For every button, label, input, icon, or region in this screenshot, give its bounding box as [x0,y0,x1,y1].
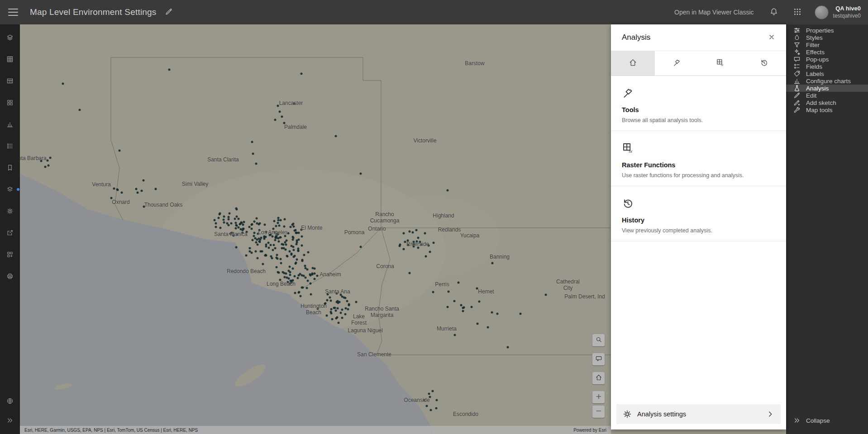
left-tool-legend[interactable] [4,140,16,152]
panel-item-label: Map tools [806,107,833,113]
hammer-icon [672,58,681,68]
search-icon [595,336,602,344]
panel-item-map-tools[interactable]: Map tools [786,106,868,113]
map-search-button[interactable] [592,334,605,346]
left-tool-bookmarks[interactable] [4,161,16,174]
default-map-view-button[interactable] [592,372,605,384]
left-tool-create-app[interactable] [4,248,16,261]
panel-item-pop-ups[interactable]: Pop-ups [786,56,868,63]
panel-item-label: Fields [806,63,822,70]
left-tool-language[interactable] [4,395,16,407]
map-info-button[interactable] [592,353,605,365]
user-id: testqahive0 [833,13,861,19]
menu-button[interactable] [7,7,19,17]
attribution-text: Esri, HERE, Garmin, USGS, EPA, NPS | Esr… [24,428,198,433]
sketch-icon [793,99,801,106]
panel-item-label: Add sketch [806,99,836,106]
map-label-yucaipa: Yucaipa [460,233,480,239]
plus-icon [595,393,602,401]
user-chip[interactable]: QA hive0 testqahive0 [815,5,861,19]
chevron-right-icon [766,410,774,418]
panel-item-analysis[interactable]: Analysis [786,85,868,92]
analysis-panel-header: Analysis [611,24,786,51]
home-icon [595,374,602,382]
analysis-tab-history[interactable] [742,51,786,75]
home-icon [629,58,637,68]
panel-item-configure-charts[interactable]: Configure charts [786,77,868,85]
panel-item-styles[interactable]: Styles [786,34,868,41]
panel-item-fields[interactable]: Fields [786,63,868,70]
notifications-button[interactable] [768,5,780,19]
panel-item-edit[interactable]: Edit [786,92,868,99]
left-tool-share[interactable] [4,226,16,239]
panel-item-label: Styles [806,34,823,41]
zoom-out-button[interactable] [592,406,605,418]
app-header: Map Level Environment Settings Open in M… [0,0,868,24]
panel-item-label: Edit [806,92,816,99]
map-attribution: Esri, HERE, Garmin, USGS, EPA, NPS | Esr… [20,426,611,434]
fields-icon [793,63,801,70]
edit-title-button[interactable] [163,6,175,19]
collapse-label: Collapse [806,417,830,424]
card-description: Browse all spatial analysis tools. [622,117,775,123]
map-label-cathedral-city: Cathedral City [556,279,580,292]
card-title: History [622,217,775,224]
page-title: Map Level Environment Settings [30,7,157,17]
left-tool-save-map[interactable] [4,183,16,196]
map-label-riverside: Riverside [406,241,429,248]
panel-item-label: Properties [806,27,834,34]
analysis-panel-content: ToolsBrowse all spatial analysis tools.f… [611,76,786,399]
left-tool-tables[interactable] [4,75,16,87]
map-label-laguna-niguel: Laguna Niguel [348,328,382,334]
map-label-los-angeles: Los Angeles [258,230,287,236]
left-tool-basemap[interactable] [4,53,16,66]
hammer-icon [622,87,775,101]
map-controls [592,334,605,418]
analysis-card-raster-functions[interactable]: fxRaster FunctionsUse raster functions f… [611,131,786,186]
tooltip-icon [595,355,602,363]
pencil-icon [165,8,173,17]
analysis-tab-tools[interactable] [655,51,699,75]
close-panel-button[interactable] [765,31,778,45]
minus-icon [595,407,602,416]
panel-item-effects[interactable]: Effects [786,48,868,56]
map-tools-icon [793,106,801,113]
panel-item-labels[interactable]: Labels [786,70,868,77]
map-label-escondido: Escondido [453,411,478,418]
analysis-panel: Analysis fx ToolsBrowse all spatial anal… [611,24,786,429]
map-label-oxnard: Oxnard [112,199,129,206]
map-label-santa-clarita: Santa Clarita [207,157,238,163]
app-launcher-button[interactable] [791,5,804,19]
analysis-tabs: fx [611,51,786,76]
panel-item-filter[interactable]: Filter [786,41,868,48]
user-name: QA hive0 [833,5,861,12]
history-icon [760,58,768,68]
panel-item-properties[interactable]: Properties [786,27,868,34]
open-classic-link[interactable]: Open in Map Viewer Classic [672,8,757,16]
left-tool-print[interactable] [4,270,16,283]
map-label-anaheim: Anaheim [320,272,341,278]
map-label-lancaster: Lancaster [279,100,303,107]
card-description: View previously completed analysis. [622,227,775,234]
panel-item-label: Filter [806,42,820,48]
left-tool-map-settings[interactable] [4,205,16,217]
analysis-settings-button[interactable]: Analysis settings [616,404,781,424]
collapse-icon [793,417,801,424]
left-tool-charts[interactable] [4,118,16,131]
analysis-tab-overview[interactable] [611,51,655,75]
left-tool-apps[interactable] [4,96,16,109]
panel-item-add-sketch[interactable]: Add sketch [786,99,868,106]
svg-text:fx: fx [721,63,724,66]
map-label-lake-forest: Lake Forest [351,314,367,326]
zoom-in-button[interactable] [592,391,605,403]
apps-grid-icon [793,7,802,18]
analysis-card-tools[interactable]: ToolsBrowse all spatial analysis tools. [611,76,786,131]
collapse-button[interactable]: Collapse [786,410,868,431]
analysis-panel-title: Analysis [622,33,650,42]
map-label-palm-desert-ind: Palm Desert, Ind [564,294,605,300]
analysis-tab-raster-functions[interactable]: fx [699,51,743,75]
left-tool-expand[interactable] [4,414,16,427]
map-label-palmdale: Palmdale [284,124,307,131]
left-tool-layers[interactable] [4,31,16,44]
analysis-card-history[interactable]: HistoryView previously completed analysi… [611,186,786,241]
